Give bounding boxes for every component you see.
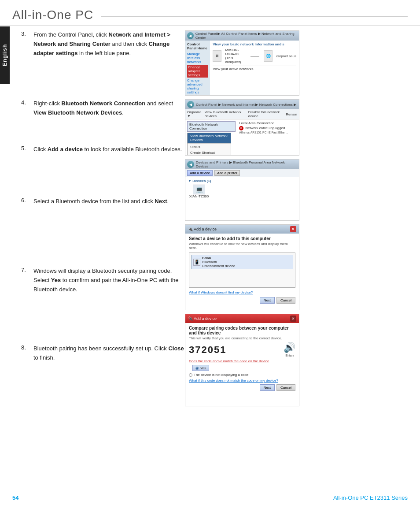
step-6-text: Select a Bluetooth device from the list …	[33, 197, 169, 213]
ss1-router-name: corpnet.asus	[276, 54, 296, 58]
ss3-device-item: 💻 XIAN-TZ390	[188, 185, 210, 198]
ss5-yes-check-icon: ◉	[195, 366, 199, 370]
ss4-device-info: Brian Bluetooth Entertainment device	[202, 256, 235, 268]
ss3-back-btn[interactable]: ◀	[187, 161, 194, 168]
ss5-device-label: Brian	[285, 353, 294, 357]
ss4-next-btn[interactable]: Next	[260, 297, 275, 304]
ss3-nav-path: Devices and Printers ▶ Bluetooth Persona…	[196, 160, 297, 168]
ss5-footer: Next Cancel	[189, 384, 295, 391]
ss4-title-text: 🔌 Add a device	[188, 227, 217, 231]
ss4-footer: Next Cancel	[189, 297, 295, 304]
ss1-titlebar: ◀ Control Panel ▶ All Control Panel Item…	[185, 31, 299, 41]
step-8-text: Bluetooth pairing has been successfully …	[33, 344, 185, 363]
screenshot-add-device: 🔌 Add a device ✕ Select a device to add …	[185, 224, 299, 310]
step-4-text: Right-click Bluetooth Network Connection…	[33, 99, 185, 118]
ss2-toolbar: Organize ▼ View Bluetooth network device…	[185, 109, 299, 119]
ss4-find-link[interactable]: What if Windows doesn't find my device?	[189, 290, 295, 294]
ss2-disable[interactable]: Disable this network device	[248, 110, 284, 118]
ss5-cancel-btn[interactable]: Cancel	[276, 384, 295, 391]
ss3-titlebar: ◀ Devices and Printers ▶ Bluetooth Perso…	[185, 160, 299, 169]
ss5-pairing-code: 372051	[189, 344, 226, 356]
ss4-subtext: Windows will continue to look for new de…	[189, 242, 295, 250]
ss3-body: Add a device Add a printer ▼ Devices (1)…	[185, 169, 299, 220]
ss1-link-adapter[interactable]: Change adapter settings	[187, 65, 208, 78]
ss4-device-item[interactable]: 📱 Brian Bluetooth Entertainment device	[191, 255, 293, 269]
ss2-right-panel: Local Area Connection ✕ Network cable un…	[239, 121, 297, 156]
ss2-rename[interactable]: Renam	[286, 112, 297, 116]
step-3: 3. From the Control Panel, click Network…	[21, 30, 185, 58]
ss1-back-btn[interactable]: ◀	[187, 32, 194, 39]
screenshots-column: ◀ Control Panel ▶ All Control Panel Item…	[185, 30, 420, 406]
ss2-ctx-shortcut[interactable]: Create Shortcut	[188, 150, 231, 156]
ss4-body: Select a device to add to this computer …	[185, 234, 299, 310]
ss4-device-sub: Entertainment device	[202, 264, 235, 268]
ss4-device-name: Brian	[202, 256, 235, 260]
ss4-device-area: 📱 Brian Bluetooth Entertainment device	[189, 253, 295, 288]
ss1-computer-sub: (This computer)	[225, 56, 246, 64]
ss1-sidebar: Control Panel Home Manage wireless netwo…	[185, 41, 210, 95]
ss2-nav-path: Control Panel ▶ Network and Internet ▶ N…	[196, 103, 296, 107]
ss5-yes-row: ◉ Yes	[189, 365, 295, 373]
ss1-network-row: 🖥 M8SUR-U80A-01 (This computer) —— 🌐 cor…	[213, 48, 296, 64]
ss2-local-area: Local Area Connection	[239, 121, 297, 125]
language-sidebar: English	[0, 26, 10, 84]
ss1-computer-name: M8SUR-U80A-01	[225, 48, 246, 56]
step-7-number: 7.	[21, 267, 33, 294]
ss2-ctx-view[interactable]: View Bluetooth Network Devices	[188, 133, 231, 143]
footer-page-number: 54	[12, 494, 18, 501]
steps-column: 3. From the Control Panel, click Network…	[0, 30, 185, 406]
screenshot-pairing-code: 🔌 Add a device ✕ Compare pairing codes b…	[185, 314, 299, 406]
ss2-organize[interactable]: Organize ▼	[187, 110, 203, 118]
ss4-close-btn[interactable]: ✕	[290, 226, 296, 232]
ss2-bt-connection[interactable]: Bluetooth Network Connection	[187, 121, 236, 132]
ss4-heading: Select a device to add to this computer	[189, 236, 295, 241]
ss5-yes-btn[interactable]: ◉ Yes	[192, 365, 209, 371]
ss1-arrow: ——	[250, 54, 260, 59]
step-4: 4. Right-click Bluetooth Network Connect…	[21, 99, 185, 118]
step-8-number: 8.	[21, 344, 33, 363]
ss4-device-item-icon: 📱	[193, 259, 200, 266]
step-7: 7. Windows will display a Bluetooth secu…	[21, 267, 185, 294]
ss5-no-radio[interactable]: The device is not displaying a code	[189, 373, 295, 377]
screenshot-network-connections: ◀ Control Panel ▶ Network and Internet ▶…	[185, 99, 299, 156]
step-6: 6. Select a Bluetooth device from the li…	[21, 197, 185, 213]
ss5-code-mismatch-link[interactable]: What if this code does not match the cod…	[189, 379, 295, 383]
ss1-computer-icon: 🖥	[213, 50, 221, 62]
ss2-ctx-status[interactable]: Status	[188, 144, 231, 150]
ss2-context-menu: View Bluetooth Network Devices Status Cr…	[187, 133, 231, 156]
ss4-cancel-btn[interactable]: Cancel	[276, 297, 295, 304]
ss5-code-row: 372051 🔊 Brian	[189, 342, 295, 357]
ss3-add-printer-btn[interactable]: Add a printer	[214, 170, 240, 176]
ss1-link-sharing[interactable]: Change advanced sharing settings	[187, 78, 208, 94]
ss3-section-label: ▼ Devices (1)	[188, 179, 296, 183]
ss3-add-device-btn[interactable]: Add a device	[187, 170, 213, 176]
ss1-link-wireless[interactable]: Manage wireless networks	[187, 52, 208, 64]
step-7-text: Windows will display a Bluetooth securit…	[33, 267, 185, 294]
ss1-main: View your basic network information and …	[210, 41, 299, 95]
main-content: 3. From the Control Panel, click Network…	[0, 26, 420, 433]
ss1-body: Control Panel Home Manage wireless netwo…	[185, 41, 299, 95]
ss5-next-btn[interactable]: Next	[260, 384, 275, 391]
ss1-main-title: View your basic network information and …	[213, 42, 296, 46]
ss2-back-btn[interactable]: ◀	[187, 101, 194, 108]
footer-series-title: All-in-One PC ET2311 Series	[333, 494, 408, 501]
ss5-close-btn[interactable]: ✕	[290, 316, 296, 322]
ss5-no-label: The device is not displaying a code	[194, 373, 249, 377]
ss2-view-bt[interactable]: View Bluetooth network devices	[205, 110, 247, 118]
ss2-body: Organize ▼ View Bluetooth network device…	[185, 109, 299, 155]
step-5-text: Click Add a device to look for available…	[33, 145, 182, 161]
ss5-subtext: This will verify that you are connecting…	[189, 336, 295, 340]
ss3-device-icon: 💻	[193, 185, 205, 194]
ss5-device-area: 🔊 Brian	[284, 342, 295, 357]
step-4-number: 4.	[21, 99, 33, 118]
step-5-number: 5.	[21, 145, 33, 161]
screenshot-bt-pan: ◀ Devices and Printers ▶ Bluetooth Perso…	[185, 159, 299, 221]
ss5-yes-label: Yes	[200, 366, 206, 370]
page-header: All-in-One PC	[0, 0, 420, 26]
ss5-no-radio-dot	[189, 373, 192, 377]
step-6-number: 6.	[21, 197, 33, 213]
ss5-device-icon: 🔊	[284, 342, 295, 353]
ss2-titlebar: ◀ Control Panel ▶ Network and Internet ▶…	[185, 100, 299, 109]
ss1-active-networks: View your active networks	[213, 66, 296, 71]
ss3-device-name: XIAN-TZ390	[189, 194, 209, 198]
